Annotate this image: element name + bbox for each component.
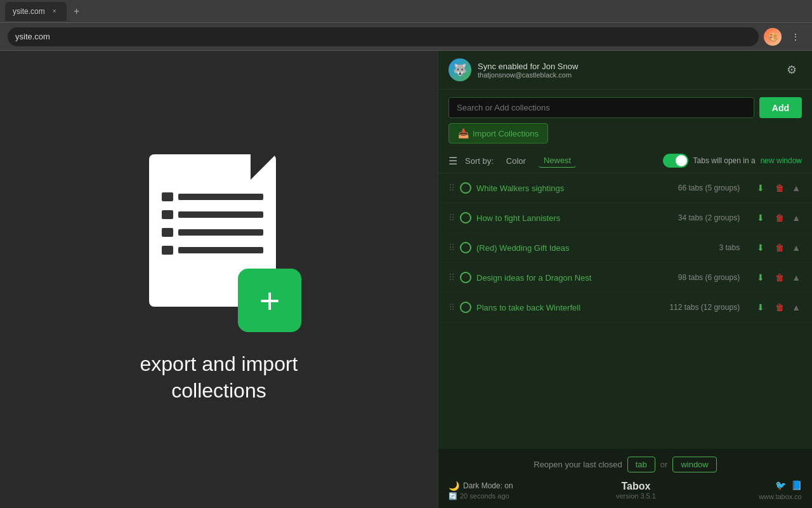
settings-button[interactable]: ⚙ bbox=[782, 60, 802, 80]
twitter-icon[interactable]: 🐦 bbox=[775, 480, 786, 490]
tab-close-button[interactable]: × bbox=[50, 7, 59, 16]
delete-button[interactable]: 🗑 bbox=[771, 210, 788, 226]
collection-meta: 66 tabs (5 groups) bbox=[678, 184, 740, 192]
download-button[interactable]: ⬇ bbox=[752, 180, 769, 196]
collection-name[interactable]: White Walkers sightings bbox=[476, 184, 673, 193]
chevron-up-icon[interactable]: ▲ bbox=[790, 183, 802, 193]
new-window-toggle[interactable] bbox=[663, 154, 688, 168]
browser-menu-button[interactable]: ⋮ bbox=[787, 28, 804, 46]
facebook-icon[interactable]: 📘 bbox=[791, 480, 802, 490]
dark-mode-label: 🌙 Dark Mode: on bbox=[449, 481, 513, 491]
doc-line-long-3 bbox=[178, 229, 263, 236]
collection-name[interactable]: Design ideas for a Dragon Nest bbox=[476, 273, 673, 283]
collection-item: ⠿ White Walkers sightings 66 tabs (5 gro… bbox=[438, 173, 812, 203]
tab-bar: ysite.com × + bbox=[5, 2, 807, 21]
toggle-container: Tabs will open in a new window bbox=[663, 154, 802, 168]
doc-line-1 bbox=[162, 192, 263, 201]
sort-color-option[interactable]: Color bbox=[501, 154, 531, 168]
doc-corner bbox=[251, 154, 276, 180]
new-tab-button[interactable]: + bbox=[69, 4, 84, 19]
add-button[interactable]: Add bbox=[759, 97, 802, 118]
import-collections-button[interactable]: 📥 Import Collections bbox=[449, 123, 548, 144]
reopen-row: Reopen your last closed tab or window bbox=[449, 457, 802, 472]
reopen-label: Reopen your last closed bbox=[534, 460, 622, 469]
collection-meta: 34 tabs (2 groups) bbox=[678, 213, 740, 222]
drag-handle[interactable]: ⠿ bbox=[449, 243, 455, 253]
reopen-or: or bbox=[660, 460, 668, 469]
reopen-tab-button[interactable]: tab bbox=[627, 457, 655, 472]
collection-name[interactable]: How to fight Lannisters bbox=[476, 213, 673, 223]
collection-name[interactable]: (Red) Wedding Gift Ideas bbox=[476, 243, 714, 253]
chevron-up-icon[interactable]: ▲ bbox=[790, 213, 802, 223]
doc-line-long-1 bbox=[178, 194, 263, 200]
chevron-up-icon[interactable]: ▲ bbox=[790, 302, 802, 312]
collection-checkbox[interactable] bbox=[460, 182, 471, 194]
collection-checkbox[interactable] bbox=[460, 212, 471, 224]
toggle-knob bbox=[676, 155, 687, 166]
extension-icon[interactable]: 🎨 bbox=[764, 28, 782, 46]
collection-actions: ⬇ 🗑 ▲ bbox=[752, 210, 802, 226]
address-bar[interactable]: ysite.com bbox=[8, 27, 759, 46]
social-links: 🐦 📘 www.tabox.co bbox=[759, 480, 802, 500]
panel-header: 🐺 Sync enabled for Jon Snow thatjonsnow@… bbox=[438, 51, 812, 90]
collection-item: ⠿ (Red) Wedding Gift Ideas 3 tabs ⬇ 🗑 ▲ bbox=[438, 233, 812, 263]
download-button[interactable]: ⬇ bbox=[752, 269, 769, 286]
main-content: + export and import collections 🐺 Sync e… bbox=[0, 51, 812, 508]
collection-actions: ⬇ 🗑 ▲ bbox=[752, 299, 802, 316]
drag-handle[interactable]: ⠿ bbox=[449, 183, 455, 193]
panel-footer: Reopen your last closed tab or window 🌙 … bbox=[438, 449, 812, 508]
collection-name[interactable]: Plans to take back Winterfell bbox=[476, 303, 664, 312]
doc-rect-3 bbox=[162, 228, 173, 237]
last-sync: 🔄 20 seconds ago bbox=[449, 492, 513, 500]
delete-button[interactable]: 🗑 bbox=[771, 239, 788, 256]
toggle-link[interactable]: new window bbox=[761, 156, 802, 165]
drag-handle[interactable]: ⠿ bbox=[449, 272, 455, 283]
promo-side: + export and import collections bbox=[0, 51, 438, 508]
collection-item: ⠿ Design ideas for a Dragon Nest 98 tabs… bbox=[438, 263, 812, 293]
download-button[interactable]: ⬇ bbox=[752, 239, 769, 256]
tab-title: ysite.com bbox=[13, 7, 45, 16]
doc-rect-2 bbox=[162, 210, 173, 219]
doc-line-2 bbox=[162, 210, 263, 219]
doc-line-4 bbox=[162, 246, 263, 255]
delete-button[interactable]: 🗑 bbox=[771, 269, 788, 286]
doc-line-long-4 bbox=[178, 247, 263, 253]
sort-newest-option[interactable]: Newest bbox=[539, 154, 576, 168]
doc-rect-1 bbox=[162, 192, 173, 201]
sync-icon: 🔄 bbox=[449, 492, 457, 500]
sync-status: Sync enabled for Jon Snow bbox=[478, 62, 578, 71]
delete-button[interactable]: 🗑 bbox=[771, 180, 788, 196]
collection-meta: 98 tabs (6 groups) bbox=[678, 273, 740, 282]
avatar-emoji: 🐺 bbox=[453, 63, 467, 77]
doc-line-long-2 bbox=[178, 211, 263, 218]
avatar: 🐺 bbox=[449, 58, 471, 81]
popup-panel: 🐺 Sync enabled for Jon Snow thatjonsnow@… bbox=[438, 51, 812, 508]
delete-button[interactable]: 🗑 bbox=[771, 299, 788, 316]
drag-handle[interactable]: ⠿ bbox=[449, 302, 455, 312]
promo-image: + bbox=[136, 154, 301, 332]
drag-handle[interactable]: ⠿ bbox=[449, 213, 455, 223]
address-text: ysite.com bbox=[15, 32, 50, 41]
collection-meta: 112 tabs (12 groups) bbox=[669, 303, 740, 312]
collection-actions: ⬇ 🗑 ▲ bbox=[752, 239, 802, 256]
collections-list: ⠿ White Walkers sightings 66 tabs (5 gro… bbox=[438, 173, 812, 449]
doc-line-3 bbox=[162, 228, 263, 237]
user-email: thatjonsnow@castleblack.com bbox=[478, 71, 578, 79]
download-button[interactable]: ⬇ bbox=[752, 299, 769, 316]
collection-checkbox[interactable] bbox=[460, 272, 471, 283]
dark-mode-info: 🌙 Dark Mode: on 🔄 20 seconds ago bbox=[449, 481, 513, 500]
doc-lines bbox=[162, 192, 263, 264]
reopen-window-button[interactable]: window bbox=[672, 457, 716, 472]
address-bar-row: ysite.com 🎨 ⋮ bbox=[0, 23, 812, 51]
sort-icon: ☰ bbox=[449, 155, 457, 167]
active-tab[interactable]: ysite.com × bbox=[5, 2, 67, 21]
import-icon: 📥 bbox=[458, 128, 469, 138]
download-button[interactable]: ⬇ bbox=[752, 210, 769, 226]
collection-checkbox[interactable] bbox=[460, 302, 471, 313]
chevron-up-icon[interactable]: ▲ bbox=[790, 272, 802, 283]
collection-checkbox[interactable] bbox=[460, 242, 471, 253]
search-input[interactable] bbox=[449, 97, 754, 118]
footer-info-row: 🌙 Dark Mode: on 🔄 20 seconds ago Tabox v… bbox=[449, 480, 802, 500]
collection-actions: ⬇ 🗑 ▲ bbox=[752, 269, 802, 286]
chevron-up-icon[interactable]: ▲ bbox=[790, 243, 802, 253]
